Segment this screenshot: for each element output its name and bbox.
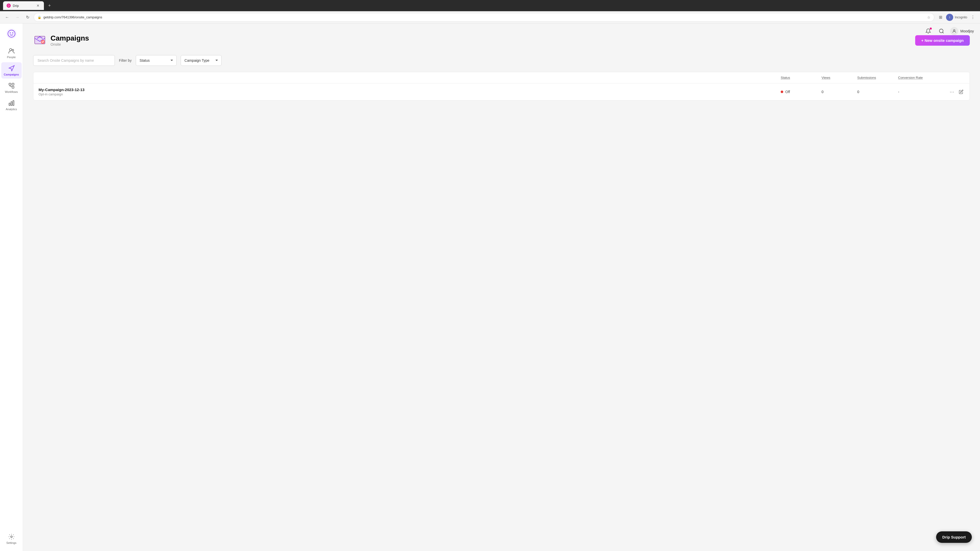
filter-row: Filter by Status On Off Campaign Type Op… <box>33 55 970 66</box>
svg-rect-9 <box>9 103 10 106</box>
address-bar-url: getdrip.com/7641396/onsite_campaigns <box>43 15 925 19</box>
status-filter[interactable]: Status On Off <box>136 55 177 66</box>
profile-button[interactable]: I <box>946 14 953 21</box>
browser-tab[interactable]: D Drip ✕ <box>3 1 44 10</box>
more-actions-button[interactable]: ⋯ <box>948 88 955 96</box>
actions-cell: ⋯ <box>944 88 964 96</box>
bookmark-star-icon[interactable]: ☆ <box>927 15 931 19</box>
page-title-text: Campaigns Onsite <box>51 34 89 46</box>
search-input[interactable] <box>33 55 115 66</box>
sidebar-item-settings[interactable]: Settings <box>1 530 22 547</box>
sidebar-item-analytics[interactable]: Analytics <box>1 97 22 113</box>
svg-rect-11 <box>13 100 14 106</box>
status-text: Off <box>785 90 790 94</box>
workflows-icon <box>8 82 15 89</box>
campaigns-icon <box>8 65 15 72</box>
browser-menu-button[interactable]: ⋮ <box>969 13 977 21</box>
drip-support-button[interactable]: Drip Support <box>936 531 972 543</box>
svg-rect-10 <box>11 102 12 106</box>
svg-point-5 <box>12 49 14 51</box>
svg-point-2 <box>10 32 11 33</box>
filter-by-label: Filter by <box>119 59 132 62</box>
status-dot <box>781 91 783 93</box>
campaigns-table: Status Views Submissions Conversion Rate… <box>33 72 970 100</box>
page-header: Campaigns Onsite + New onsite campaign <box>33 34 970 47</box>
incognito-label: Incognito <box>955 16 967 19</box>
svg-point-3 <box>12 32 13 33</box>
status-cell: Off <box>781 90 821 94</box>
page-title-section: Campaigns Onsite <box>33 34 89 47</box>
forward-button[interactable]: → <box>13 13 21 21</box>
sidebar-item-label-workflows: Workflows <box>5 90 18 94</box>
campaign-info: My-Campaign-2023-12-13 Opt-in campaign <box>38 87 781 96</box>
sidebar-item-campaigns[interactable]: Campaigns <box>1 62 22 79</box>
sidebar-item-label-analytics: Analytics <box>6 108 17 111</box>
top-header: Moodjoy <box>918 24 980 39</box>
analytics-icon <box>8 100 15 106</box>
submissions-cell: 0 <box>857 90 898 94</box>
table-header: Status Views Submissions Conversion Rate <box>33 72 969 83</box>
notification-badge <box>930 27 932 30</box>
sidebar-logo <box>5 27 18 40</box>
th-status[interactable]: Status <box>781 76 821 79</box>
main-content: Moodjoy Campaigns Onsite <box>23 24 980 551</box>
svg-rect-8 <box>12 86 14 88</box>
svg-rect-6 <box>9 83 11 85</box>
sidebar-item-people[interactable]: People <box>1 45 22 61</box>
edit-button[interactable] <box>958 89 964 95</box>
new-tab-button[interactable]: + <box>46 2 53 9</box>
people-icon <box>8 48 15 55</box>
svg-point-13 <box>939 29 943 33</box>
sidebar-item-label-campaigns: Campaigns <box>4 73 19 76</box>
sidebar-item-label-settings: Settings <box>6 541 17 545</box>
search-button[interactable] <box>937 27 946 36</box>
tab-close-icon[interactable]: ✕ <box>36 3 40 8</box>
lock-icon: 🔒 <box>38 16 41 19</box>
th-name <box>38 76 781 79</box>
settings-icon <box>8 533 15 540</box>
campaign-type: Opt-in campaign <box>38 92 781 96</box>
browser-nav: ← → ↻ 🔒 getdrip.com/7641396/onsite_campa… <box>0 11 980 24</box>
notifications-button[interactable] <box>924 27 933 36</box>
search-input-wrapper <box>33 55 115 66</box>
th-views[interactable]: Views <box>821 76 857 79</box>
sidebar-item-label-people: People <box>7 56 16 59</box>
campaign-name: My-Campaign-2023-12-13 <box>38 87 781 92</box>
tab-title: Drip <box>13 4 34 8</box>
th-conversion-rate[interactable]: Conversion Rate <box>898 76 944 79</box>
table-row: My-Campaign-2023-12-13 Opt-in campaign O… <box>33 83 969 100</box>
svg-rect-7 <box>12 83 14 85</box>
sidebar-item-workflows[interactable]: Workflows <box>1 79 22 96</box>
user-name: Moodjoy <box>960 29 974 33</box>
browser-chrome: D Drip ✕ + <box>0 0 980 11</box>
nav-extras: ⊞ I Incognito ⋮ <box>936 13 977 21</box>
tab-favicon: D <box>6 3 11 8</box>
th-submissions[interactable]: Submissions <box>857 76 898 79</box>
address-bar[interactable]: 🔒 getdrip.com/7641396/onsite_campaigns ☆ <box>34 13 934 22</box>
page-icon <box>33 34 46 47</box>
th-actions <box>944 76 964 79</box>
conversion-rate-cell: - <box>898 90 944 94</box>
extensions-button[interactable]: ⊞ <box>936 13 945 21</box>
reload-button[interactable]: ↻ <box>24 13 32 21</box>
user-avatar <box>950 27 958 35</box>
back-button[interactable]: ← <box>3 13 11 21</box>
svg-point-4 <box>10 48 12 51</box>
page-subtitle: Onsite <box>51 42 89 46</box>
svg-point-12 <box>11 536 12 538</box>
sidebar: People Campaigns Workflows <box>0 24 23 551</box>
views-cell: 0 <box>821 90 857 94</box>
user-section[interactable]: Moodjoy <box>950 27 974 35</box>
page-title: Campaigns <box>51 34 89 42</box>
svg-point-14 <box>953 30 955 31</box>
campaign-type-filter[interactable]: Campaign Type Opt-in campaign <box>181 55 221 66</box>
